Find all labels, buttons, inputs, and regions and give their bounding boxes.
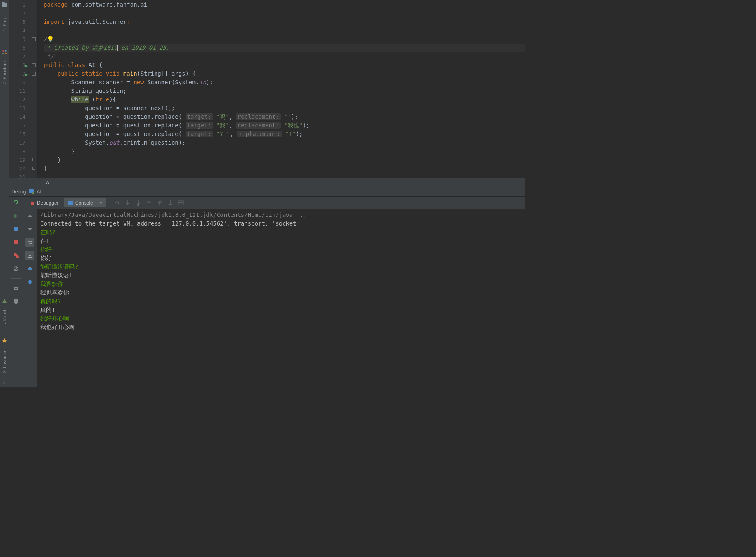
- svg-point-5: [5, 53, 7, 54]
- mute-breakpoints-button[interactable]: [11, 264, 21, 273]
- console-line: 真的吗?: [40, 297, 522, 306]
- code-line[interactable]: public class AI {: [44, 61, 525, 69]
- tool-more[interactable]: »: [3, 379, 5, 387]
- svg-point-2: [2, 50, 4, 52]
- gutter-line[interactable]: 15: [9, 121, 37, 130]
- code-line[interactable]: import java.util.Scanner;: [44, 18, 525, 26]
- step-into-icon[interactable]: [123, 198, 133, 208]
- gutter-line[interactable]: 6: [9, 44, 37, 52]
- svg-rect-31: [29, 280, 31, 281]
- clear-button[interactable]: [25, 277, 34, 286]
- code-line[interactable]: question = scanner.next();: [44, 104, 525, 113]
- run-to-cursor-icon[interactable]: [165, 198, 175, 208]
- svg-rect-26: [14, 299, 18, 303]
- code-line[interactable]: question = question.replace( target: "? …: [44, 130, 525, 138]
- stop-button[interactable]: [11, 238, 21, 247]
- camera-button[interactable]: [11, 283, 21, 292]
- scroll-up-button[interactable]: [25, 212, 34, 221]
- jrebel-icon[interactable]: [1, 297, 8, 304]
- evaluate-icon[interactable]: [176, 198, 186, 208]
- code-line[interactable]: [44, 9, 525, 18]
- resume-button[interactable]: [11, 212, 21, 221]
- run-gutter-icon[interactable]: [24, 71, 29, 76]
- gutter-line[interactable]: 13: [9, 104, 37, 113]
- gutter-line[interactable]: 16: [9, 130, 37, 138]
- code-line[interactable]: question = question.replace( target: "我"…: [44, 121, 525, 130]
- favorites-icon[interactable]: [1, 337, 8, 344]
- console-line: 我好开心啊: [40, 314, 522, 323]
- run-gutter-icon[interactable]: [24, 63, 29, 68]
- gutter-line[interactable]: 20: [9, 164, 37, 173]
- rerun-button[interactable]: [11, 198, 21, 207]
- gutter-line[interactable]: 19: [9, 156, 37, 164]
- code-line[interactable]: }: [44, 156, 525, 164]
- tab-console[interactable]: Console →▾: [64, 198, 106, 207]
- svg-rect-30: [29, 267, 31, 268]
- run-config-name[interactable]: AI: [37, 189, 41, 195]
- settings-button[interactable]: [11, 297, 21, 306]
- code-area[interactable]: package com.software.fanfan.ai;import ja…: [38, 0, 525, 178]
- code-line[interactable]: while (true){: [44, 95, 525, 104]
- code-line[interactable]: [44, 26, 525, 35]
- fold-icon[interactable]: −: [32, 72, 36, 76]
- tool-structure[interactable]: 7: Structure: [1, 59, 8, 87]
- gutter-line[interactable]: 11: [9, 87, 37, 95]
- step-over-icon[interactable]: [112, 198, 122, 208]
- console-line: 真的!: [40, 306, 522, 314]
- code-line[interactable]: }: [44, 147, 525, 156]
- view-breakpoints-button[interactable]: [11, 251, 21, 260]
- fold-icon[interactable]: −: [32, 37, 36, 41]
- tool-jrebel[interactable]: JRebel: [1, 307, 8, 326]
- svg-rect-27: [15, 303, 17, 304]
- code-line[interactable]: [44, 173, 525, 182]
- print-button[interactable]: [25, 264, 34, 273]
- svg-rect-1: [2, 2, 5, 4]
- gutter-line[interactable]: 10: [9, 78, 37, 87]
- console-line: 我喜欢你: [40, 280, 522, 288]
- project-icon[interactable]: [1, 2, 8, 8]
- code-line[interactable]: question = question.replace( target: "吗"…: [44, 113, 525, 121]
- code-line[interactable]: /💡: [44, 35, 525, 44]
- gutter-line[interactable]: 17: [9, 138, 37, 147]
- code-line[interactable]: * Created by 追梦1819 on 2019-01-25.: [44, 44, 525, 52]
- svg-rect-17: [14, 227, 16, 231]
- pause-button[interactable]: [11, 225, 21, 234]
- code-line[interactable]: public static void main(String[] args) {: [44, 69, 525, 78]
- code-line[interactable]: package com.software.fanfan.ai;: [44, 0, 525, 9]
- gutter-line[interactable]: 14: [9, 113, 37, 121]
- force-step-into-icon[interactable]: [133, 198, 143, 208]
- editor[interactable]: 12345−678−9−101112131415161718192021 pac…: [9, 0, 525, 178]
- gutter-line[interactable]: 2: [9, 9, 37, 18]
- tool-project[interactable]: 1: Proj…: [1, 12, 8, 34]
- console-output[interactable]: /Library/Java/JavaVirtualMachines/jdk1.8…: [37, 209, 525, 387]
- tool-favorites[interactable]: 2: Favorites: [1, 347, 8, 375]
- code-line[interactable]: System.out.println(question);: [44, 138, 525, 147]
- gutter-line[interactable]: 12: [9, 95, 37, 104]
- step-out-icon[interactable]: [144, 198, 154, 208]
- code-line[interactable]: Scanner scanner = new Scanner(System.in)…: [44, 78, 525, 87]
- gutter-line[interactable]: 5−: [9, 35, 37, 44]
- gutter-line[interactable]: 1: [9, 0, 37, 9]
- soft-wrap-button[interactable]: [25, 238, 34, 247]
- structure-icon[interactable]: [1, 49, 8, 55]
- tab-debugger[interactable]: Debugger: [25, 198, 63, 207]
- svg-rect-13: [179, 201, 183, 205]
- left-tool-strip: 1: Proj… 7: Structure JRebel 2: Favorite…: [0, 0, 9, 387]
- tab-debugger-label: Debugger: [37, 200, 59, 206]
- scroll-to-end-button[interactable]: [25, 251, 34, 260]
- gutter-line[interactable]: 21: [9, 173, 37, 182]
- gutter[interactable]: 12345−678−9−101112131415161718192021: [9, 0, 38, 178]
- gutter-line[interactable]: 7: [9, 52, 37, 61]
- gutter-line[interactable]: 8−: [9, 61, 37, 69]
- gutter-line[interactable]: 9−: [9, 69, 37, 78]
- gutter-line[interactable]: 18: [9, 147, 37, 156]
- code-line[interactable]: String question;: [44, 87, 525, 95]
- console-line: 在!: [40, 237, 522, 245]
- code-line[interactable]: */: [44, 52, 525, 61]
- scroll-down-button[interactable]: [25, 225, 34, 234]
- gutter-line[interactable]: 3: [9, 18, 37, 26]
- fold-icon[interactable]: −: [32, 63, 36, 67]
- gutter-line[interactable]: 4: [9, 26, 37, 35]
- drop-frame-icon[interactable]: x: [155, 198, 165, 208]
- code-line[interactable]: }: [44, 164, 525, 173]
